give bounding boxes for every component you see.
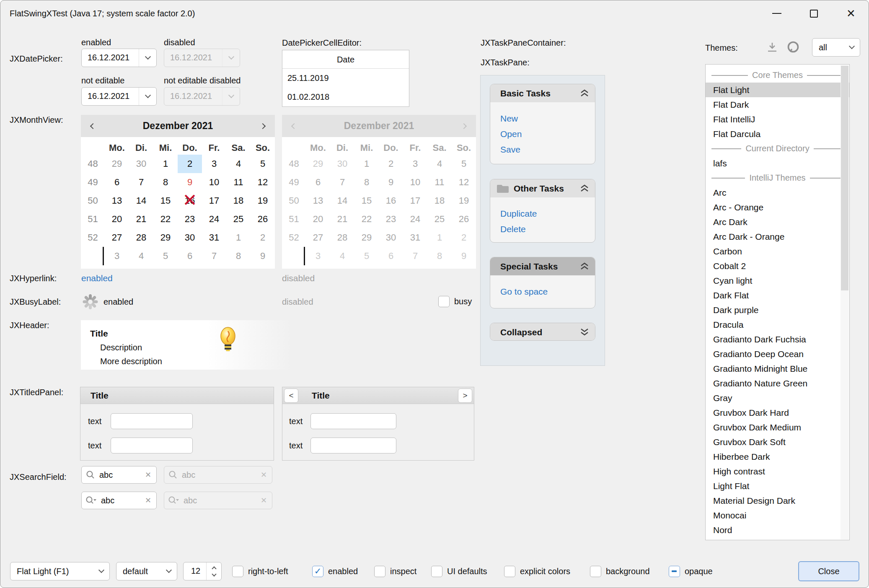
day-cell[interactable]: 4: [129, 247, 153, 265]
font-size-spinner[interactable]: 12: [183, 562, 222, 580]
search-input-value[interactable]: abc: [97, 496, 145, 505]
search-input-value[interactable]: abc: [95, 470, 145, 480]
checkbox-background[interactable]: ✓: [590, 566, 601, 577]
theme-list-item[interactable]: Gradianto Midnight Blue: [706, 361, 849, 376]
day-cell[interactable]: 16✕: [178, 192, 202, 210]
download-themes-button[interactable]: [765, 41, 780, 56]
day-cell[interactable]: 29: [105, 155, 129, 173]
theme-list-item[interactable]: Dracula: [706, 317, 849, 332]
chevron-double-down-icon[interactable]: [580, 328, 589, 337]
day-cell[interactable]: 30: [178, 228, 202, 247]
day-cell[interactable]: 13: [105, 192, 129, 210]
style-combo[interactable]: default: [116, 562, 177, 580]
day-cell[interactable]: 29: [153, 228, 178, 247]
day-cell[interactable]: 6: [105, 173, 129, 192]
search-menu-icon[interactable]: [86, 496, 97, 505]
theme-list-item[interactable]: Gradianto Deep Ocean: [706, 347, 849, 361]
theme-list-item[interactable]: Cyan light: [706, 273, 849, 288]
clear-icon[interactable]: ✕: [145, 496, 151, 505]
window-close-button[interactable]: ✕: [833, 0, 869, 26]
theme-list-item[interactable]: Nord: [706, 523, 849, 537]
chevron-double-up-icon[interactable]: [580, 89, 589, 98]
minimize-button[interactable]: [758, 0, 795, 26]
taskpane-header[interactable]: Other Tasks: [490, 179, 595, 197]
theme-list-item[interactable]: Gruvbox Dark Hard: [706, 405, 849, 420]
busy-checkbox[interactable]: [438, 296, 450, 307]
day-cell[interactable]: 7: [202, 247, 226, 265]
maximize-button[interactable]: [795, 0, 832, 26]
day-cell[interactable]: 2: [178, 155, 202, 173]
theme-list-item[interactable]: Arc: [706, 185, 849, 200]
theme-list-item[interactable]: Hiberbee Dark: [706, 449, 849, 464]
theme-list-item[interactable]: Gradianto Dark Fuchsia: [706, 332, 849, 347]
lookandfeel-combo[interactable]: Flat Light (F1): [10, 562, 110, 580]
titled-panel-right-button[interactable]: >: [458, 389, 472, 403]
text-input[interactable]: [111, 413, 193, 429]
taskpane-action-new[interactable]: New: [500, 111, 595, 126]
text-input[interactable]: [310, 413, 396, 429]
datepicker-not-editable[interactable]: 16.12.2021: [81, 87, 157, 106]
theme-list-item[interactable]: High contrast: [706, 464, 849, 479]
search-field-with-menu[interactable]: abc ✕: [81, 492, 157, 509]
theme-list-item[interactable]: Flat IntelliJ: [706, 112, 849, 127]
theme-list-item[interactable]: Gruvbox Dark Soft: [706, 435, 849, 449]
day-cell[interactable]: 5: [251, 155, 275, 173]
chevron-double-up-icon[interactable]: [580, 262, 589, 271]
theme-list-item[interactable]: lafs: [706, 156, 849, 171]
day-cell[interactable]: 20: [105, 210, 129, 228]
theme-list-item[interactable]: Gruvbox Dark Medium: [706, 420, 849, 435]
checkbox-explicit-colors[interactable]: ✓: [504, 566, 515, 577]
theme-list-item[interactable]: Arc - Orange: [706, 200, 849, 215]
scrollbar-thumb[interactable]: [841, 66, 848, 290]
taskpane-action-go-to-space[interactable]: Go to space: [500, 284, 595, 299]
search-field-enabled[interactable]: abc ✕: [81, 466, 157, 484]
day-cell[interactable]: 15: [153, 192, 178, 210]
taskpane-header[interactable]: Collapsed: [490, 323, 595, 341]
clear-icon[interactable]: ✕: [145, 470, 151, 479]
day-cell[interactable]: 8: [153, 173, 178, 192]
day-cell[interactable]: 25: [226, 210, 251, 228]
day-cell[interactable]: 17: [202, 192, 226, 210]
day-cell[interactable]: 2: [251, 228, 275, 247]
titled-panel-left-button[interactable]: <: [284, 389, 298, 403]
theme-list-item[interactable]: Cobalt 2: [706, 259, 849, 273]
day-cell[interactable]: 26: [251, 210, 275, 228]
github-button[interactable]: [785, 40, 802, 57]
themes-filter-combo[interactable]: all: [812, 38, 860, 57]
day-cell[interactable]: 27: [105, 228, 129, 247]
day-cell[interactable]: 21: [129, 210, 153, 228]
theme-list-item[interactable]: Gradianto Nature Green: [706, 376, 849, 391]
themes-scrollbar[interactable]: [841, 65, 849, 539]
theme-list-item[interactable]: Material Design Dark: [706, 493, 849, 508]
day-cell[interactable]: 3: [105, 247, 129, 265]
table-row[interactable]: 25.11.2019: [282, 69, 409, 88]
day-cell[interactable]: 23: [178, 210, 202, 228]
day-cell[interactable]: 11: [226, 173, 251, 192]
hyperlink-enabled[interactable]: enabled: [81, 273, 113, 284]
day-cell[interactable]: 5: [153, 247, 178, 265]
taskpane-action-open[interactable]: Open: [500, 126, 595, 142]
datepicker-dropdown-button[interactable]: [139, 88, 156, 105]
day-cell[interactable]: 31: [202, 228, 226, 247]
day-cell[interactable]: 24: [202, 210, 226, 228]
day-cell[interactable]: 1: [153, 155, 178, 173]
day-cell[interactable]: 4: [226, 155, 251, 173]
theme-list-item[interactable]: Light Flat: [706, 479, 849, 493]
day-cell[interactable]: 14: [129, 192, 153, 210]
next-month-button[interactable]: [253, 115, 272, 137]
day-cell[interactable]: 7: [129, 173, 153, 192]
day-cell[interactable]: 19: [251, 192, 275, 210]
day-cell[interactable]: 3: [202, 155, 226, 173]
day-cell[interactable]: 28: [129, 228, 153, 247]
datepicker-enabled[interactable]: 16.12.2021: [81, 49, 157, 67]
day-cell[interactable]: 8: [226, 247, 251, 265]
taskpane-action-delete[interactable]: Delete: [500, 221, 595, 237]
text-input[interactable]: [111, 438, 193, 453]
checkbox-enabled[interactable]: ✓: [312, 566, 323, 577]
day-cell[interactable]: 12: [251, 173, 275, 192]
theme-list-item[interactable]: Arc Dark - Orange: [706, 229, 849, 244]
taskpane-action-save[interactable]: Save: [500, 142, 595, 157]
day-cell[interactable]: 10: [202, 173, 226, 192]
day-cell[interactable]: 18: [226, 192, 251, 210]
day-cell[interactable]: 9: [251, 247, 275, 265]
